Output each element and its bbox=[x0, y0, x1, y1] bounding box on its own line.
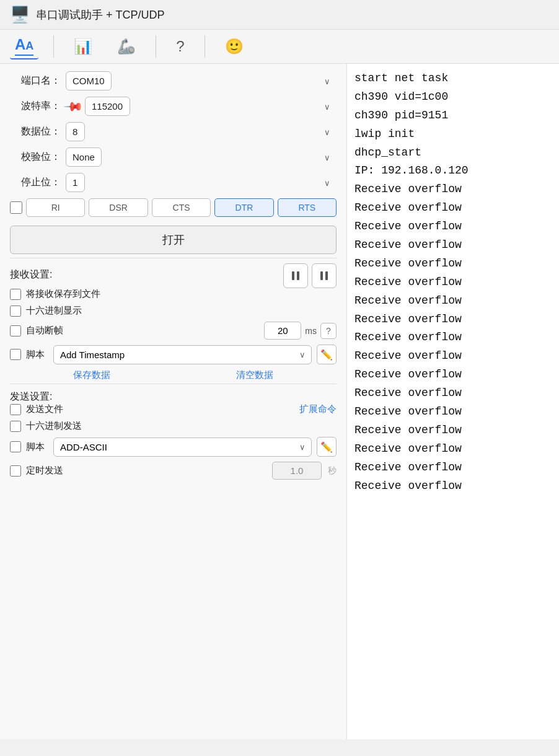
pin-icon: 📌 bbox=[63, 95, 84, 117]
auto-frame-help-btn[interactable]: ? bbox=[320, 323, 337, 339]
toolbar-help-btn[interactable]: ? bbox=[171, 35, 189, 58]
auto-frame-row: 自动断帧 20 ms ? bbox=[10, 322, 337, 340]
stopbit-select[interactable]: 1 bbox=[66, 173, 85, 192]
hex-display-row: 十六进制显示 bbox=[10, 305, 337, 317]
main-area: 端口名： COM10 波特率： 📌 115200 数据位： 8 bbox=[0, 64, 559, 739]
send-script-select[interactable]: ADD-ASCII bbox=[53, 437, 312, 457]
log-line: Receive overflow bbox=[354, 200, 552, 217]
baudrate-select[interactable]: 115200 bbox=[85, 97, 130, 116]
signal-row: RI DSR CTS DTR RTS bbox=[10, 198, 337, 217]
divider-1 bbox=[10, 258, 337, 258]
log-line: Receive overflow bbox=[354, 422, 552, 439]
pause-btn-1[interactable] bbox=[283, 263, 308, 288]
log-line: Receive overflow bbox=[354, 311, 552, 328]
baudrate-label: 波特率： bbox=[10, 100, 66, 113]
svg-rect-0 bbox=[292, 271, 294, 280]
signal-checkbox[interactable] bbox=[10, 201, 22, 214]
toolbar-face-btn[interactable]: 🙂 bbox=[220, 35, 249, 58]
send-script-select-wrap: ADD-ASCII bbox=[53, 437, 312, 457]
stopbit-row: 停止位： 1 bbox=[10, 173, 337, 192]
title-bar: 🖥️ 串口调试助手 + TCP/UDP bbox=[0, 0, 559, 30]
hex-display-label: 十六进制显示 bbox=[26, 305, 82, 317]
open-button[interactable]: 打开 bbox=[10, 226, 337, 254]
send-script-checkbox[interactable] bbox=[10, 441, 21, 452]
signal-dtr[interactable]: DTR bbox=[214, 198, 273, 217]
send-script-row: 脚本 ADD-ASCII ✏️ bbox=[10, 437, 337, 457]
signal-ri[interactable]: RI bbox=[26, 198, 85, 217]
send-file-row: 发送文件 扩展命令 bbox=[10, 403, 337, 415]
log-line: ch390 pid=9151 bbox=[354, 107, 552, 125]
log-line: dhcp_start bbox=[354, 144, 552, 162]
receive-script-row: 脚本 Add Timestamp ✏️ bbox=[10, 345, 337, 364]
receive-settings: 接收设置: 将接收保存到文件 十六进制显示 bbox=[10, 263, 337, 381]
databit-label: 数据位： bbox=[10, 125, 66, 138]
svg-rect-2 bbox=[320, 271, 323, 280]
toolbar-sep-2 bbox=[156, 35, 156, 58]
clear-data-btn[interactable]: 清空数据 bbox=[236, 369, 273, 381]
parity-select-wrapper: None bbox=[66, 147, 337, 167]
auto-frame-ms-input[interactable]: 20 bbox=[264, 322, 301, 340]
signal-rts[interactable]: RTS bbox=[278, 198, 337, 217]
timed-send-ms-row: 1.0 秒 bbox=[272, 462, 337, 480]
log-line: Receive overflow bbox=[354, 329, 552, 346]
save-to-file-checkbox[interactable] bbox=[10, 289, 21, 300]
timed-send-row: 定时发送 1.0 秒 bbox=[10, 462, 337, 480]
auto-frame-label: 自动断帧 bbox=[26, 325, 63, 336]
toolbar-sep-3 bbox=[205, 35, 205, 58]
log-line: IP: 192.168.0.120 bbox=[354, 162, 552, 180]
log-line: start net task bbox=[354, 70, 552, 87]
receive-script-checkbox[interactable] bbox=[10, 349, 21, 360]
right-panel: start net taskch390 vid=1c00ch390 pid=91… bbox=[347, 64, 559, 739]
toolbar-sep-1 bbox=[53, 35, 54, 58]
timed-send-checkbox[interactable] bbox=[10, 465, 21, 477]
log-line: Receive overflow bbox=[354, 348, 552, 365]
log-line: Receive overflow bbox=[354, 218, 552, 235]
save-to-file-label: 将接收保存到文件 bbox=[26, 288, 100, 300]
receive-script-select[interactable]: Add Timestamp bbox=[53, 345, 312, 364]
baudrate-select-wrapper: 115200 bbox=[85, 97, 337, 116]
hex-send-label: 十六进制发送 bbox=[26, 420, 82, 432]
log-line: Receive overflow bbox=[354, 181, 552, 198]
hex-send-checkbox[interactable] bbox=[10, 421, 21, 432]
databit-select[interactable]: 8 bbox=[66, 122, 85, 141]
send-script-label: 脚本 bbox=[26, 441, 45, 453]
send-file-label: 发送文件 bbox=[26, 403, 63, 415]
port-select-wrapper: COM10 bbox=[66, 71, 337, 90]
ms-unit: ms bbox=[305, 326, 317, 336]
send-script-edit-btn[interactable]: ✏️ bbox=[317, 437, 337, 457]
divider-2 bbox=[10, 384, 337, 384]
expand-cmd-btn[interactable]: 扩展命令 bbox=[299, 403, 337, 415]
send-section-title: 发送设置: bbox=[10, 391, 52, 402]
log-line: Receive overflow bbox=[354, 478, 552, 495]
signal-cts[interactable]: CTS bbox=[152, 198, 211, 217]
svg-rect-1 bbox=[297, 271, 299, 280]
stopbit-label: 停止位： bbox=[10, 176, 66, 189]
receive-section-title: 接收设置: bbox=[10, 268, 52, 281]
save-to-file-row: 将接收保存到文件 bbox=[10, 288, 337, 300]
pause-btn-2[interactable] bbox=[312, 263, 337, 288]
port-select[interactable]: COM10 bbox=[66, 71, 112, 90]
receive-script-select-wrap: Add Timestamp bbox=[53, 345, 312, 364]
timed-send-label: 定时发送 bbox=[26, 465, 63, 477]
hex-display-checkbox[interactable] bbox=[10, 305, 21, 317]
save-data-btn[interactable]: 保存数据 bbox=[73, 369, 110, 381]
log-line: Receive overflow bbox=[354, 366, 552, 384]
parity-select[interactable]: None bbox=[66, 147, 102, 167]
ms-row: 20 ms ? bbox=[264, 322, 337, 340]
send-file-checkbox[interactable] bbox=[10, 404, 21, 415]
receive-script-edit-btn[interactable]: ✏️ bbox=[317, 345, 337, 364]
parity-row: 校验位： None bbox=[10, 147, 337, 167]
svg-rect-3 bbox=[325, 271, 328, 280]
signal-dsr[interactable]: DSR bbox=[89, 198, 147, 217]
toolbar-font-btn[interactable]: AA bbox=[10, 33, 38, 59]
pause-buttons bbox=[283, 263, 337, 288]
receive-script-label: 脚本 bbox=[26, 349, 45, 361]
app-title: 串口调试助手 + TCP/UDP bbox=[36, 7, 165, 22]
timed-send-input[interactable]: 1.0 bbox=[272, 462, 322, 480]
timed-send-unit: 秒 bbox=[328, 465, 337, 477]
auto-frame-checkbox[interactable] bbox=[10, 325, 21, 336]
toolbar-robot-btn[interactable]: 🦾 bbox=[112, 35, 141, 58]
log-line: Receive overflow bbox=[354, 385, 552, 402]
toolbar-chart-btn[interactable]: 📊 bbox=[69, 35, 97, 58]
log-line: Receive overflow bbox=[354, 255, 552, 273]
